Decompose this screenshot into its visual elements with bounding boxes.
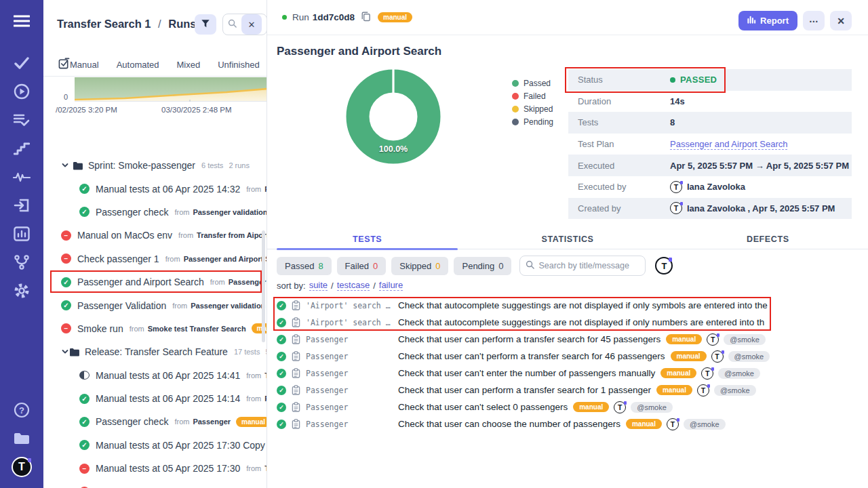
tree-row[interactable]: Manual tests at 06 Apr 2025 14:32 from P…: [43, 177, 267, 200]
tree-row[interactable]: Manual tests at 06 Apr 2025 14:14 from P…: [43, 387, 267, 410]
chevron-down-icon[interactable]: [61, 161, 73, 169]
test-row[interactable]: Passenger Check that user can't perform …: [267, 348, 868, 365]
breadcrumb-project[interactable]: Transfer Search 1: [57, 18, 151, 30]
tree-row[interactable]: Manual tests at 06 May 2025 14:4: [43, 480, 267, 488]
run-status-icon: [79, 440, 90, 450]
tree-row[interactable]: Manual tests at 05 Apr 2025 17:30 from T…: [43, 457, 267, 480]
runs-filter-tab[interactable]: Manual: [70, 60, 99, 70]
sort-link[interactable]: testcase: [337, 280, 370, 291]
test-row[interactable]: Passenger Check that user can perform a …: [267, 382, 868, 399]
copy-icon: [361, 11, 371, 24]
status-filter-chip[interactable]: Passed 8: [277, 257, 332, 275]
tree-row[interactable]: Manual tests at 06 Apr 2025 14:41 from T…: [43, 364, 267, 387]
pulse-icon[interactable]: [7, 163, 36, 191]
more-button[interactable]: ⋯: [803, 11, 825, 30]
smoke-tag: @smoke: [714, 385, 756, 396]
detail-label: Executed: [568, 161, 670, 171]
tree-row[interactable]: Sprint: Smoke-passenger 6 tests 2 runs: [43, 154, 267, 177]
tree-row[interactable]: Passenger check from Passenger manual 6: [43, 410, 267, 433]
select-all-icon[interactable]: [58, 58, 70, 72]
from-label: from: [246, 371, 261, 380]
test-suite-name: Passenger: [306, 352, 395, 361]
close-run-button[interactable]: ✕: [830, 11, 852, 30]
report-button[interactable]: Report: [738, 11, 797, 30]
test-plan-link[interactable]: Passenger and Airport Search: [670, 139, 787, 150]
tree-row[interactable]: Manual on MacOs env from Transfer from A…: [43, 224, 267, 247]
tree-row[interactable]: Check passenger 1 from Passenger and Air…: [43, 247, 267, 270]
from-label: from: [165, 255, 180, 263]
projects-icon[interactable]: [7, 424, 36, 453]
test-title: Check that autocomplete suggestings are …: [398, 317, 764, 327]
tree-row[interactable]: Manual tests at 05 Apr 2025 17:30 Copy f…: [43, 434, 267, 457]
test-row[interactable]: 'Airport' search … Check that autocomple…: [267, 297, 868, 314]
test-suite-name: Passenger: [306, 369, 395, 378]
runs-type-tabs: Manual Automated Mixed Unfinished: [43, 53, 267, 77]
tests-search-input[interactable]: [538, 261, 633, 270]
tab[interactable]: DEFECTS: [668, 229, 868, 249]
test-row[interactable]: Passenger Check that user can perform a …: [267, 331, 868, 348]
analytics-icon[interactable]: [7, 220, 36, 248]
tab[interactable]: TESTS: [267, 229, 467, 249]
tests-count-value: 8: [670, 117, 675, 127]
funnel-icon: [201, 19, 210, 30]
tree-row[interactable]: Release: Transfer Search Feature 17 test…: [43, 340, 267, 363]
clear-search-button[interactable]: ✕: [241, 14, 262, 35]
branch-icon[interactable]: [7, 248, 36, 277]
testcase-clipboard-icon: [292, 402, 300, 412]
sort-link[interactable]: failure: [379, 280, 403, 291]
tests-icon[interactable]: [7, 49, 36, 77]
test-row[interactable]: Passenger Check that user can't select 0…: [267, 399, 868, 415]
status-filter-chip[interactable]: Failed 0: [337, 257, 387, 275]
test-suite-name: 'Airport' search …: [306, 318, 395, 327]
runs-filter-tab[interactable]: Mixed: [177, 60, 201, 70]
runs-filter-tab[interactable]: Automated: [117, 60, 159, 70]
chart-y-axis-zero: 0: [64, 93, 68, 101]
executed-by-value: Iana Zavoloka: [687, 182, 745, 192]
from-label: from: [174, 418, 189, 426]
test-suite-name: Passenger: [306, 386, 395, 395]
run-status-icon: [79, 371, 90, 380]
workspace-logo[interactable]: T: [7, 453, 36, 481]
tree-row[interactable]: Passenger and Airport Search from Passen…: [43, 270, 267, 293]
copy-run-id-button[interactable]: [361, 11, 371, 24]
passed-check-icon: [277, 318, 286, 327]
status-filter-chip[interactable]: Skipped 0: [391, 257, 448, 275]
settings-icon[interactable]: [7, 277, 36, 305]
folder-runs-count: 2 runs: [229, 161, 250, 169]
results-donut-chart: 100.0%: [336, 59, 451, 174]
sort-link[interactable]: suite: [309, 280, 328, 291]
test-row[interactable]: 'Airport' search … Check that autocomple…: [267, 314, 868, 331]
chip-count: 0: [498, 261, 503, 271]
source-suite-label: Passenger validation: [191, 302, 265, 310]
status-filter-chip[interactable]: Pending 0: [454, 257, 511, 275]
tab[interactable]: STATISTICS: [467, 229, 667, 249]
search-icon: [228, 18, 237, 30]
run-status-icon: [79, 417, 90, 427]
runs-filter-tab[interactable]: Unfinished: [218, 60, 259, 70]
tree-row[interactable]: Passenger check from Passenger validatio…: [43, 201, 267, 224]
run-status-icon: [61, 253, 71, 264]
tree-row[interactable]: Smoke run from Smoke test Transfer Searc…: [43, 317, 267, 340]
test-plans-icon[interactable]: [7, 106, 36, 134]
assignee-filter-avatar-button[interactable]: T: [655, 257, 673, 274]
test-row[interactable]: Passenger Check that user can choose the…: [267, 415, 868, 432]
source-suite-label: Pass: [264, 394, 267, 403]
menu-icon[interactable]: [7, 7, 36, 35]
test-row[interactable]: Passenger Check that user can't enter th…: [267, 365, 868, 382]
filter-button[interactable]: [195, 14, 216, 35]
chevron-down-icon[interactable]: [61, 348, 69, 356]
tests-list: 'Airport' search … Check that autocomple…: [267, 297, 868, 432]
milestones-icon[interactable]: [7, 134, 36, 163]
legend-dot: [512, 93, 519, 100]
import-icon[interactable]: [7, 191, 36, 220]
detail-label: Tests: [568, 117, 670, 127]
run-status-icon: [61, 323, 71, 333]
tree-row-label: Manual tests at 05 Apr 2025 17:30: [96, 463, 240, 474]
runs-icon[interactable]: [7, 77, 36, 106]
tree-row[interactable]: Passenger Validation from Passenger vali…: [43, 293, 267, 317]
report-chart-icon: [747, 16, 756, 26]
topbar-actions: Report ⋯ ✕: [738, 11, 852, 30]
test-title: Check that autocomplete suggestings are …: [398, 300, 768, 310]
help-icon[interactable]: ?: [7, 396, 36, 424]
tree-scrollbar[interactable]: [262, 230, 265, 342]
